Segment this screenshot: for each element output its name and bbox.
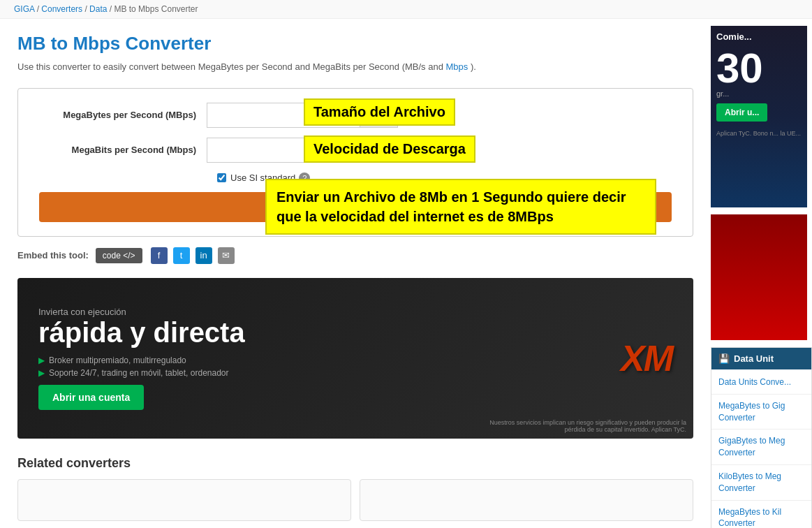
breadcrumb-data[interactable]: Data xyxy=(89,4,107,14)
ad-bullet2: Soporte 24/7, trading en móvil, tablet, … xyxy=(49,368,229,378)
mbps-link[interactable]: Mbps xyxy=(446,61,468,72)
facebook-icon[interactable]: f xyxy=(151,247,168,264)
input-row-mbits: MegaBits per Second (Mbps) Mbps 📋 Veloci… xyxy=(39,138,672,163)
sidebar-ad-red xyxy=(711,214,807,340)
breadcrumb: GIGA / Converters / Data / MB to Mbps Co… xyxy=(0,0,812,19)
sidebar-item-data-units[interactable]: Data Units Conve... xyxy=(711,371,811,395)
ad-cta-button[interactable]: Abrir una cuenta xyxy=(38,385,144,410)
data-units-panel: 💾 Data Unit Data Units Conve... MegaByte… xyxy=(711,347,812,528)
sidebar-item-gb-to-mb[interactable]: GigaBytes to Meg Converter xyxy=(711,430,811,465)
social-icons: f t in ✉ xyxy=(151,247,235,264)
sidebar-ad-button[interactable]: Abrir u... xyxy=(716,103,767,122)
twitter-icon[interactable]: t xyxy=(173,247,190,264)
ad-banner: Invierta con ejecución rápida y directa … xyxy=(17,278,693,439)
related-card-1 xyxy=(17,479,351,521)
embed-section: Embed this tool: code </> f t in ✉ xyxy=(17,247,693,264)
embed-code-button[interactable]: code </> xyxy=(96,248,142,263)
ad-bullet1: Broker multipremiado, multirregulado xyxy=(49,355,186,365)
converter-container: MegaBytes per Second (MBps) MBps Tamaño … xyxy=(17,88,693,237)
data-units-widget-header: 💾 Data Unit xyxy=(711,348,811,369)
sidebar-ad-top: Comie... 30 gr... Abrir u... Aplican TyC… xyxy=(711,26,807,207)
annotation-explanation: Enviar un Archivo de 8Mb en 1 Segundo qu… xyxy=(265,179,656,235)
breadcrumb-current: MB to Mbps Converter xyxy=(114,4,198,14)
ad-disclaimer: Nuestros servicios implican un riesgo si… xyxy=(477,419,686,433)
breadcrumb-giga[interactable]: GIGA xyxy=(14,4,34,14)
embed-label: Embed this tool: xyxy=(17,250,89,261)
sidebar: Comie... 30 gr... Abrir u... Aplican TyC… xyxy=(711,19,812,528)
field1-label: MegaBytes per Second (MBps) xyxy=(39,110,207,120)
ad-subheadline: rápida y directa xyxy=(38,317,245,349)
sidebar-ad-number: 30 xyxy=(711,47,807,89)
ad-logo: XM xyxy=(621,337,672,379)
input-row-mbps: MegaBytes per Second (MBps) MBps Tamaño … xyxy=(39,103,672,128)
annotation-download-speed: Velocidad de Descarga xyxy=(304,135,475,163)
annotation-file-size: Tamaño del Archivo xyxy=(304,98,455,126)
si-checkbox[interactable] xyxy=(217,173,226,182)
ad-text-left: Invierta con ejecución rápida y directa … xyxy=(38,307,245,410)
sidebar-item-mb-to-gb[interactable]: MegaBytes to Gig Converter xyxy=(711,395,811,430)
sidebar-item-kb-to-mb[interactable]: KiloBytes to Meg Converter xyxy=(711,465,811,501)
sidebar-ad-red-text xyxy=(753,272,765,283)
email-icon[interactable]: ✉ xyxy=(218,247,235,264)
ad-headline: Invierta con ejecución xyxy=(38,307,245,317)
related-title: Related converters xyxy=(17,456,693,471)
database-icon: 💾 xyxy=(718,353,730,364)
sidebar-item-mb-to-kb[interactable]: MegaBytes to Kil Converter xyxy=(711,501,811,528)
page-description: Use this converter to easily convert bet… xyxy=(17,60,693,74)
related-section: Related converters xyxy=(17,456,693,521)
sidebar-ad-disclaimer: Aplican TyC. Bono n... la UE... xyxy=(711,127,807,140)
breadcrumb-converters[interactable]: Converters xyxy=(41,4,82,14)
page-title: MB to Mbps Converter xyxy=(17,33,693,54)
related-card-2 xyxy=(360,479,693,521)
related-cards xyxy=(17,479,693,521)
content-area: MB to Mbps Converter Use this converter … xyxy=(0,19,711,528)
field2-label: MegaBits per Second (Mbps) xyxy=(39,145,207,155)
linkedin-icon[interactable]: in xyxy=(195,247,212,264)
